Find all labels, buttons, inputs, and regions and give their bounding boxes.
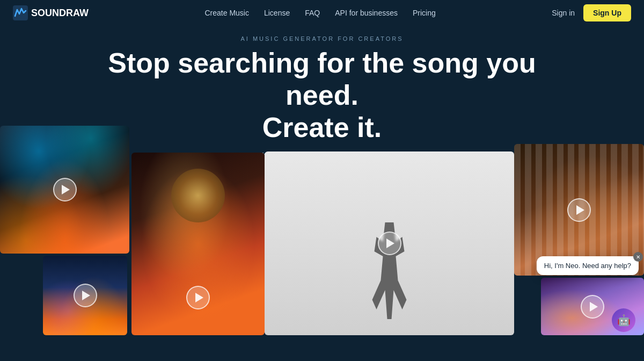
navbar: SOUNDRAW Create Music License FAQ API fo…	[0, 0, 644, 26]
dancer-image	[265, 151, 514, 335]
disco-play-button[interactable]	[186, 286, 210, 309]
nav-create-music[interactable]: Create Music	[205, 9, 249, 17]
disco-image	[131, 153, 265, 335]
concert-play-button[interactable]	[53, 178, 77, 201]
neo-play-button[interactable]	[581, 295, 604, 319]
city-play-button[interactable]	[74, 284, 97, 307]
ai-badge: AI MUSIC GENERATOR FOR CREATORS	[240, 35, 403, 42]
nav-right: Sign in Sign Up	[552, 4, 631, 21]
image-grid	[0, 110, 644, 335]
chat-close-button[interactable]: ✕	[633, 252, 643, 262]
neo-avatar[interactable]: 🤖	[612, 308, 635, 332]
main-content: AI MUSIC GENERATOR FOR CREATORS Stop sea…	[0, 0, 644, 335]
chat-bubble: ✕ Hi, I'm Neo. Need any help?	[537, 256, 639, 275]
nav-faq[interactable]: FAQ	[305, 9, 320, 17]
nav-pricing[interactable]: Pricing	[413, 9, 436, 17]
concert-image	[0, 126, 129, 254]
nav-links: Create Music License FAQ API for busines…	[205, 9, 436, 17]
col-dancer	[265, 151, 514, 335]
logo[interactable]: SOUNDRAW	[13, 5, 89, 20]
chat-message: Hi, I'm Neo. Need any help?	[544, 262, 631, 270]
sign-in-link[interactable]: Sign in	[552, 9, 575, 17]
logo-text: SOUNDRAW	[31, 8, 89, 19]
col-left	[0, 126, 131, 335]
nav-license[interactable]: License	[264, 9, 290, 17]
city-image	[43, 256, 127, 335]
sign-up-button[interactable]: Sign Up	[583, 4, 631, 21]
dancer-play-button[interactable]	[378, 232, 401, 255]
piano-play-button[interactable]	[567, 198, 591, 222]
nav-api[interactable]: API for businesses	[335, 9, 398, 17]
col-disco	[131, 153, 265, 335]
col-piano	[514, 144, 644, 335]
